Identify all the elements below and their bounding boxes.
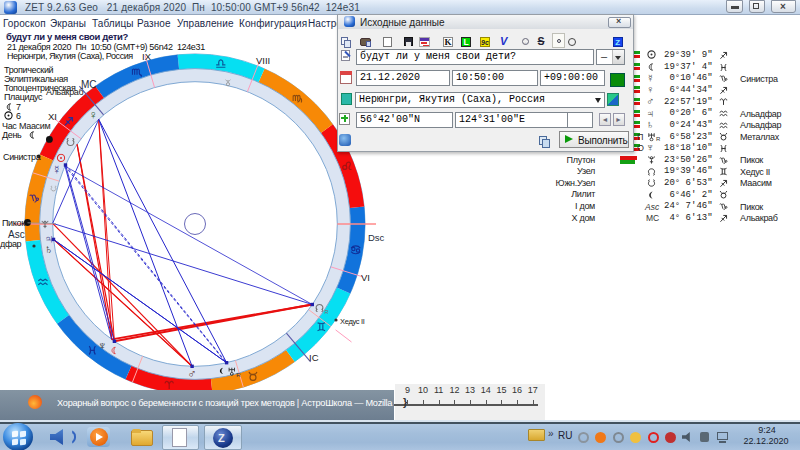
svg-text:♄: ♄ bbox=[44, 242, 53, 256]
svg-text:♆: ♆ bbox=[98, 339, 107, 353]
svg-text:R: R bbox=[325, 309, 329, 315]
svg-text:♂: ♂ bbox=[187, 367, 196, 381]
svg-text:☿: ☿ bbox=[52, 163, 61, 177]
svg-text:R: R bbox=[236, 372, 241, 378]
svg-text:♀: ♀ bbox=[89, 108, 98, 122]
